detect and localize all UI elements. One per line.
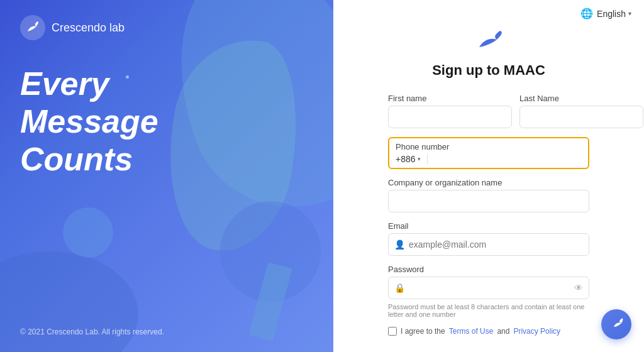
chat-fab-icon (609, 317, 624, 332)
phone-label: Phone number (389, 138, 588, 151)
copyright-text: © 2021 Crescendo Lab. All rights reserve… (20, 327, 164, 336)
svg-point-1 (36, 23, 38, 25)
first-name-label: First name (388, 94, 512, 103)
last-name-group: Last Name (519, 94, 643, 128)
password-hint: Password must be at least 8 characters a… (388, 303, 589, 318)
right-header: 🌐 English ▾ (333, 0, 644, 27)
terms-row: I agree to the Terms of Use and Privacy … (388, 327, 589, 336)
phone-group: Phone number +886 ▾ (388, 137, 589, 169)
svg-point-2 (499, 31, 502, 35)
terms-of-use-link[interactable]: Terms of Use (449, 327, 494, 336)
brand-logo-left: Crescendo lab (20, 15, 313, 40)
tagline-line1: Every (20, 65, 313, 103)
brand-logo-right (473, 27, 504, 55)
password-input[interactable] (388, 277, 589, 299)
password-input-wrapper: 🔒 👁 (388, 277, 589, 299)
brand-name-left: Crescendo lab (52, 21, 125, 35)
password-label: Password (388, 265, 589, 274)
company-input[interactable] (388, 190, 589, 212)
brand-bird-icon-left (20, 15, 45, 40)
phone-code-selector[interactable]: +886 ▾ (396, 154, 421, 164)
first-name-input[interactable] (388, 106, 512, 128)
last-name-input[interactable] (519, 106, 643, 128)
chevron-down-icon: ▾ (628, 10, 631, 17)
tagline-line2: Message (20, 103, 313, 141)
tagline: Every Message Counts (20, 65, 313, 178)
tagline-line3: Counts (20, 141, 313, 179)
phone-field-container: Phone number +886 ▾ (388, 137, 589, 169)
chat-fab-button[interactable] (601, 309, 631, 339)
privacy-policy-link[interactable]: Privacy Policy (513, 327, 560, 336)
name-row: First name Last Name (388, 94, 589, 128)
email-input[interactable] (388, 233, 589, 256)
phone-divider (427, 154, 428, 164)
phone-code-value: +886 (396, 154, 416, 164)
globe-icon: 🌐 (580, 8, 593, 19)
terms-checkbox[interactable] (388, 327, 397, 336)
lock-icon: 🔒 (394, 283, 405, 293)
eye-icon[interactable]: 👁 (574, 283, 583, 293)
page-title: Sign up to MAAC (432, 62, 545, 79)
svg-point-3 (621, 319, 623, 321)
left-panel: Crescendo lab Every Message Counts © 202… (0, 0, 333, 352)
signup-form: First name Last Name Phone number +886 ▾ (388, 94, 589, 336)
email-label: Email (388, 221, 589, 231)
terms-prefix: I agree to the (401, 327, 445, 336)
signup-form-container: Sign up to MAAC First name Last Name Pho… (333, 27, 644, 348)
company-label: Company or organization name (388, 178, 589, 187)
left-footer: © 2021 Crescendo Lab. All rights reserve… (20, 326, 313, 337)
phone-code-chevron-icon: ▾ (418, 156, 421, 162)
company-group: Company or organization name (388, 178, 589, 212)
email-group: Email 👤 (388, 221, 589, 256)
phone-input-row: +886 ▾ (389, 151, 588, 168)
first-name-group: First name (388, 94, 512, 128)
user-icon: 👤 (394, 239, 405, 250)
language-selector[interactable]: English ▾ (597, 9, 631, 19)
language-label: English (597, 9, 626, 19)
password-group: Password 🔒 👁 Password must be at least 8… (388, 265, 589, 318)
phone-number-input[interactable] (434, 154, 582, 164)
last-name-label: Last Name (519, 94, 643, 103)
brand-bird-icon-right (473, 27, 504, 52)
terms-and: and (497, 327, 509, 336)
right-panel: 🌐 English ▾ Sign up to MAAC First name (333, 0, 644, 352)
email-input-wrapper: 👤 (388, 233, 589, 256)
